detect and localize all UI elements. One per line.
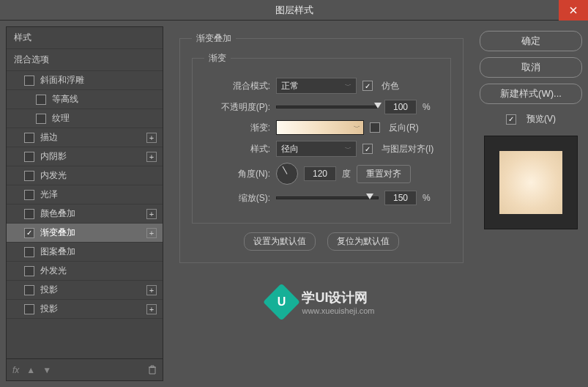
style-item-label: 等高线 [52, 93, 158, 106]
style-item[interactable]: 等高线 [7, 90, 163, 109]
style-item-label: 图案叠加 [40, 246, 158, 258]
style-item[interactable]: 渐变叠加+ [7, 224, 163, 243]
style-item[interactable]: 颜色叠加+ [7, 204, 163, 224]
blendmode-select[interactable]: 正常 ﹀ [276, 78, 357, 94]
dither-checkbox[interactable]: 仿色 [362, 80, 399, 92]
style-list: 斜面和浮雕等高线纹理描边+内阴影+内发光光泽颜色叠加+渐变叠加+图案叠加外发光投… [7, 71, 163, 358]
checkbox-icon[interactable] [24, 152, 34, 162]
watermark-title: 学UI设计网 [302, 289, 374, 306]
dither-label: 仿色 [382, 80, 399, 92]
chevron-down-icon: ﹀ [345, 144, 351, 154]
reverse-checkbox[interactable]: 反向(R) [370, 122, 419, 134]
angle-dial[interactable] [276, 163, 298, 185]
watermark: 学UI设计网 www.xueuisheji.com [268, 289, 374, 315]
chevron-down-icon: ﹀ [354, 123, 360, 133]
plus-icon[interactable]: + [146, 228, 157, 238]
cancel-button[interactable]: 取消 [480, 57, 582, 78]
style-item[interactable]: 外发光 [7, 262, 163, 281]
style-item-label: 外发光 [40, 265, 158, 277]
blend-options-header[interactable]: 混合选项 [7, 49, 163, 71]
scale-slider[interactable] [276, 196, 379, 199]
opacity-slider[interactable] [276, 106, 379, 108]
plus-icon[interactable]: + [146, 285, 157, 295]
reset-default-button[interactable]: 复位为默认值 [327, 232, 399, 251]
arrow-down-icon[interactable]: ▼ [42, 365, 51, 375]
scale-input[interactable] [384, 191, 417, 205]
checkbox-icon[interactable] [24, 228, 34, 238]
styles-header[interactable]: 样式 [7, 27, 163, 49]
plus-icon[interactable]: + [146, 209, 157, 219]
checkbox-icon[interactable] [24, 133, 34, 143]
style-item-label: 渐变叠加 [40, 226, 146, 239]
angle-label: 角度(N): [204, 168, 270, 180]
style-item-label: 内发光 [40, 169, 158, 182]
checkbox-icon[interactable] [24, 190, 34, 200]
scale-row: 缩放(S): % [204, 191, 439, 205]
align-checkbox[interactable]: 与图层对齐(I) [362, 143, 433, 155]
set-default-button[interactable]: 设置为默认值 [244, 232, 316, 251]
checkbox-icon [506, 114, 516, 125]
opacity-row: 不透明度(P): % [204, 100, 439, 114]
style-item-label: 投影 [40, 284, 146, 296]
inner-fieldset-title: 渐变 [204, 52, 231, 64]
opacity-input[interactable] [384, 100, 417, 114]
watermark-logo-icon [263, 284, 300, 321]
checkbox-icon[interactable] [36, 95, 46, 105]
checkbox-icon[interactable] [24, 247, 34, 257]
style-item[interactable]: 斜面和浮雕 [7, 71, 163, 90]
checkbox-icon[interactable] [24, 171, 34, 181]
close-icon [570, 7, 577, 14]
style-item-label: 斜面和浮雕 [40, 74, 158, 86]
style-item[interactable]: 投影+ [7, 300, 163, 319]
checkbox-icon[interactable] [24, 285, 34, 295]
style-item[interactable]: 图案叠加 [7, 243, 163, 262]
plus-icon[interactable]: + [146, 152, 157, 162]
ok-button[interactable]: 确定 [480, 31, 582, 51]
gradient-picker[interactable]: ﹀ [276, 120, 364, 135]
style-item-label: 颜色叠加 [40, 207, 146, 220]
gradient-fieldset: 渐变 混合模式: 正常 ﹀ 仿色 不透明度(P): [192, 52, 451, 224]
plus-icon[interactable]: + [146, 133, 157, 143]
scale-label: 缩放(S): [204, 192, 270, 204]
trash-icon[interactable] [148, 365, 157, 375]
checkbox-icon[interactable] [36, 114, 46, 124]
align-label: 与图层对齐(I) [382, 143, 433, 155]
blendmode-row: 混合模式: 正常 ﹀ 仿色 [204, 78, 439, 94]
new-style-button[interactable]: 新建样式(W)... [480, 84, 582, 104]
titlebar: 图层样式 [0, 0, 588, 21]
style-item[interactable]: 内发光 [7, 166, 163, 185]
fieldset-title: 渐变叠加 [192, 32, 236, 45]
checkbox-icon[interactable] [24, 266, 34, 276]
settings-panel: 渐变叠加 渐变 混合模式: 正常 ﹀ 仿色 不透明度(P): [171, 26, 472, 381]
style-item[interactable]: 纹理 [7, 109, 163, 128]
opacity-label: 不透明度(P): [204, 101, 270, 114]
style-item-label: 内阴影 [40, 150, 146, 163]
style-value: 径向 [281, 143, 299, 155]
style-select[interactable]: 径向 ﹀ [276, 141, 357, 157]
gradient-row: 渐变: ﹀ 反向(R) [204, 120, 439, 135]
gradient-overlay-fieldset: 渐变叠加 渐变 混合模式: 正常 ﹀ 仿色 不透明度(P): [179, 32, 464, 263]
style-item[interactable]: 投影+ [7, 281, 163, 300]
arrow-up-icon[interactable]: ▲ [26, 365, 35, 375]
gradient-label: 渐变: [204, 122, 270, 134]
style-item[interactable]: 光泽 [7, 185, 163, 204]
preview-checkbox[interactable]: 预览(V) [480, 113, 582, 125]
checkbox-icon[interactable] [24, 75, 34, 86]
plus-icon[interactable]: + [146, 304, 157, 314]
angle-unit: 度 [342, 168, 351, 180]
watermark-url: www.xueuisheji.com [302, 306, 374, 315]
style-item[interactable]: 描边+ [7, 128, 163, 147]
angle-input[interactable] [304, 166, 336, 181]
style-row: 样式: 径向 ﹀ 与图层对齐(I) [204, 141, 439, 157]
styles-footer: fx ▲ ▼ [7, 358, 163, 380]
reset-align-button[interactable]: 重置对齐 [357, 165, 411, 183]
close-button[interactable] [559, 0, 588, 21]
fx-menu-icon[interactable]: fx [12, 365, 19, 375]
preview-swatch [499, 151, 562, 214]
blendmode-label: 混合模式: [204, 80, 270, 92]
style-item[interactable]: 内阴影+ [7, 147, 163, 166]
checkbox-icon[interactable] [24, 209, 34, 219]
style-label: 样式: [204, 143, 270, 155]
window-title: 图层样式 [0, 4, 588, 17]
checkbox-icon[interactable] [24, 304, 34, 314]
